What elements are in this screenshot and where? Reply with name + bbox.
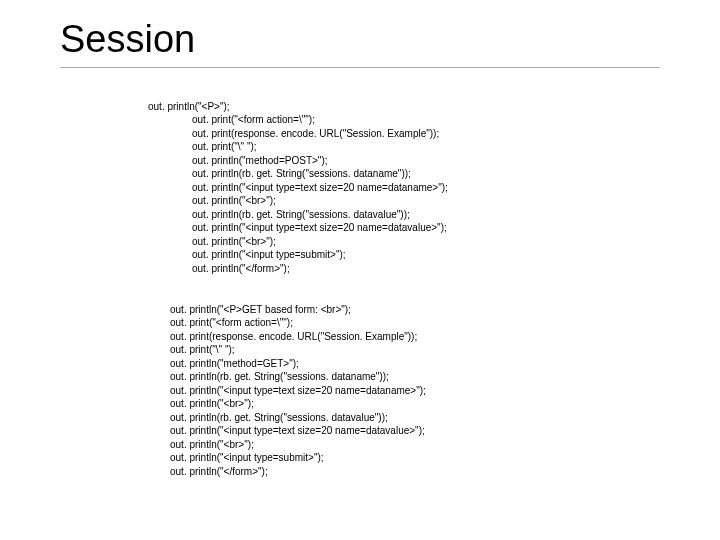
title-rule <box>60 67 660 68</box>
code-line: out. println("<input type=submit>"); <box>104 249 346 260</box>
code-line: out. println("</form>"); <box>104 263 290 274</box>
code-line: out. println("<input type=text size=20 n… <box>104 182 448 193</box>
code-line: out. println(rb. get. String("sessions. … <box>104 209 410 220</box>
code-line: out. println("<input type=submit>"); <box>104 452 324 463</box>
code-line: out. println(rb. get. String("sessions. … <box>104 371 389 382</box>
code-line: out. println("<br>"); <box>104 236 276 247</box>
code-line: out. println("<input type=text size=20 n… <box>104 385 426 396</box>
code-line: out. println("<br>"); <box>104 398 254 409</box>
code-line: out. print("\" "); <box>104 141 257 152</box>
code-line: out. println("<br>"); <box>104 195 276 206</box>
code-line: out. print(response. encode. URL("Sessio… <box>104 331 417 342</box>
code-line: out. println("method=GET>"); <box>104 358 299 369</box>
code-line: out. println("<input type=text size=20 n… <box>104 425 425 436</box>
code-block: out. println("<P>"); out. print("<form a… <box>60 86 660 492</box>
slide: Session out. println("<P>"); out. print(… <box>0 0 720 540</box>
page-title: Session <box>60 18 660 61</box>
code-line: out. println("<P>GET based form: <br>"); <box>104 304 351 315</box>
code-line: out. println("method=POST>"); <box>104 155 328 166</box>
code-line: out. println("</form>"); <box>104 466 268 477</box>
code-line: out. println("<input type=text size=20 n… <box>104 222 447 233</box>
paragraph-gap <box>104 275 660 289</box>
code-line: out. println("<P>"); <box>104 101 230 112</box>
code-line: out. print("\" "); <box>104 344 235 355</box>
code-line: out. print("<form action=\""); <box>104 114 315 125</box>
code-line: out. println("<br>"); <box>104 439 254 450</box>
code-line: out. println(rb. get. String("sessions. … <box>104 412 388 423</box>
code-line: out. print(response. encode. URL("Sessio… <box>104 128 439 139</box>
code-line: out. print("<form action=\""); <box>104 317 293 328</box>
code-line: out. println(rb. get. String("sessions. … <box>104 168 411 179</box>
